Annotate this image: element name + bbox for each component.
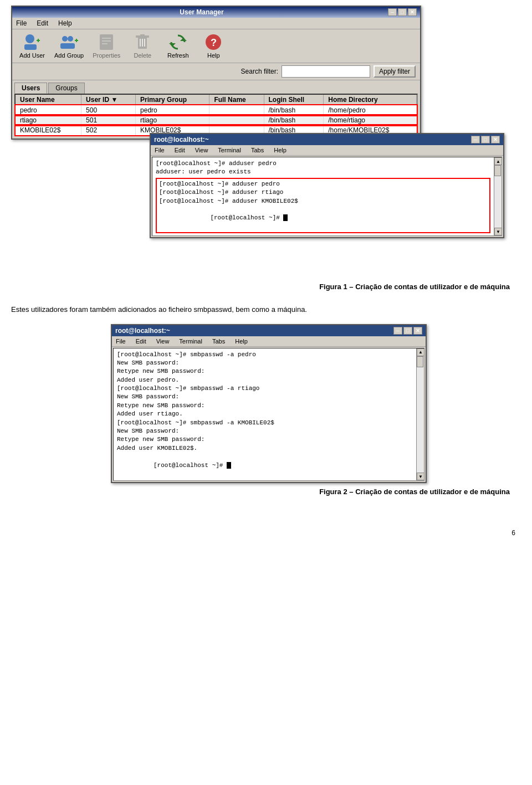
- t1-menu-view[interactable]: View: [193, 146, 210, 154]
- cell-username: pedro: [16, 105, 81, 116]
- add-group-button[interactable]: Add Group: [51, 32, 87, 60]
- t2-line-8: [root@localhost ~]# smbpasswd -a KMOBILE…: [117, 419, 414, 427]
- refresh-icon: [169, 33, 187, 51]
- table-header-row: User Name User ID ▼ Primary Group Full N…: [16, 95, 417, 105]
- maximize-button[interactable]: □: [398, 8, 407, 16]
- t2-line-11: Added user KMOBILE02$.: [117, 444, 414, 453]
- table-row[interactable]: pedro 500 pedro /bin/bash /home/pedro: [16, 105, 417, 116]
- terminal2-scrollbar[interactable]: ▲ ▼: [416, 348, 424, 481]
- terminal2-cursor: [227, 462, 231, 469]
- t2-menu-view[interactable]: View: [155, 337, 171, 345]
- terminal2-minimize[interactable]: ─: [393, 327, 402, 335]
- cell-primarygroup: rtiago: [136, 115, 209, 125]
- svg-marker-20: [169, 43, 176, 47]
- titlebar-buttons: ─ □ ✕: [388, 8, 417, 16]
- terminal2-close[interactable]: ✕: [413, 327, 422, 335]
- figure2-caption: Figura 2 – Criação de contas de utilizad…: [11, 488, 521, 496]
- terminal1-titlebar-buttons: ─ □ ✕: [471, 136, 500, 143]
- col-userid[interactable]: User ID ▼: [81, 95, 136, 105]
- t1-menu-terminal[interactable]: Terminal: [216, 146, 243, 154]
- t2-line-5: New SMB password:: [117, 393, 414, 401]
- help-button[interactable]: ? Help: [197, 32, 230, 60]
- scroll-down-arrow[interactable]: ▼: [494, 228, 502, 235]
- terminal1-close[interactable]: ✕: [491, 136, 500, 143]
- terminal1-maximize[interactable]: □: [481, 136, 490, 143]
- t2-scroll-track: [417, 356, 424, 473]
- terminal-line: adduser: user pedro exists: [156, 168, 490, 176]
- t1-menu-edit[interactable]: Edit: [173, 146, 187, 154]
- t2-menu-edit[interactable]: Edit: [134, 337, 148, 345]
- t1-menu-tabs[interactable]: Tabs: [249, 146, 265, 154]
- terminal-line: [root@localhost ~]# adduser rtiago: [159, 188, 487, 197]
- menu-edit[interactable]: Edit: [35, 19, 50, 28]
- terminal2-title: root@localhost:~: [115, 327, 170, 335]
- terminal2-maximize[interactable]: □: [403, 327, 412, 335]
- terminal-line: [root@localhost ~]#: [159, 206, 487, 231]
- terminal2-content: [root@localhost ~]# smbpasswd -a pedro N…: [114, 348, 424, 481]
- add-user-button[interactable]: Add User: [16, 32, 49, 60]
- t2-scroll-up[interactable]: ▲: [417, 348, 424, 356]
- cell-loginshell: /bin/bash: [264, 105, 324, 116]
- svg-rect-0: [25, 34, 34, 43]
- t2-line-12: [root@localhost ~]#: [117, 453, 414, 478]
- terminal2-body: [root@localhost ~]# smbpasswd -a pedro N…: [113, 348, 424, 481]
- col-homedir[interactable]: Home Directory: [324, 95, 417, 105]
- terminal1-window: root@localhost:~ ─ □ ✕ File Edit View Te…: [150, 133, 504, 238]
- t2-line-6: Retype new SMB password:: [117, 402, 414, 410]
- user-manager-menubar: File Edit Help: [12, 18, 420, 29]
- user-manager-title: User Manager: [16, 8, 388, 16]
- terminal2-window: root@localhost:~ ─ □ ✕ File Edit View Te…: [111, 324, 427, 484]
- cell-username: KMOBILE02$: [16, 125, 81, 135]
- cell-homedir: /home/pedro: [324, 105, 417, 116]
- terminal1-scrollbar[interactable]: ▲ ▼: [494, 157, 502, 235]
- figure1-caption: Figura 1 – Criação de contas de utilizad…: [11, 283, 521, 291]
- col-username[interactable]: User Name: [16, 95, 81, 105]
- t2-menu-help[interactable]: Help: [233, 337, 249, 345]
- t2-scroll-thumb[interactable]: [417, 356, 423, 367]
- refresh-button[interactable]: Refresh: [161, 32, 195, 60]
- search-bar: Search filter: Apply filter: [12, 63, 420, 80]
- col-primarygroup[interactable]: Primary Group: [136, 95, 209, 105]
- terminal2-container: root@localhost:~ ─ □ ✕ File Edit View Te…: [111, 324, 427, 484]
- table-row[interactable]: rtiago 501 rtiago /bin/bash /home/rtiago: [16, 115, 417, 125]
- minimize-button[interactable]: ─: [388, 8, 397, 16]
- t2-line-9: New SMB password:: [117, 427, 414, 435]
- t2-scroll-down[interactable]: ▼: [417, 473, 424, 480]
- col-fullname[interactable]: Full Name: [209, 95, 264, 105]
- terminal1-menubar: File Edit View Terminal Tabs Help: [151, 145, 503, 156]
- close-button[interactable]: ✕: [408, 8, 417, 16]
- terminal-cursor: [283, 214, 288, 221]
- apply-filter-button[interactable]: Apply filter: [374, 65, 416, 78]
- t2-menu-file[interactable]: File: [114, 337, 127, 345]
- t2-line-1: New SMB password:: [117, 359, 414, 367]
- search-label: Search filter:: [241, 68, 278, 75]
- terminal1-minimize[interactable]: ─: [471, 136, 480, 143]
- tab-groups[interactable]: Groups: [48, 83, 84, 94]
- t2-menu-terminal[interactable]: Terminal: [177, 337, 204, 345]
- col-loginshell[interactable]: Login Shell: [264, 95, 324, 105]
- terminal1-title: root@localhost:~: [154, 136, 209, 143]
- terminal2-titlebar: root@localhost:~ ─ □ ✕: [112, 325, 426, 336]
- cell-username: rtiago: [16, 115, 81, 125]
- tab-users[interactable]: Users: [14, 83, 47, 94]
- svg-point-4: [62, 36, 68, 42]
- svg-rect-8: [76, 39, 77, 42]
- cell-fullname: [209, 115, 264, 125]
- add-user-icon: [23, 33, 41, 51]
- search-input[interactable]: [282, 65, 370, 78]
- menu-file[interactable]: File: [14, 19, 28, 28]
- scroll-thumb[interactable]: [494, 165, 501, 176]
- t2-menu-tabs[interactable]: Tabs: [211, 337, 227, 345]
- svg-rect-15: [140, 34, 145, 37]
- properties-button[interactable]: Properties: [89, 32, 124, 60]
- delete-button[interactable]: Delete: [126, 32, 159, 60]
- t1-menu-file[interactable]: File: [153, 146, 166, 154]
- svg-rect-3: [38, 39, 39, 42]
- menu-help[interactable]: Help: [57, 19, 74, 28]
- help-icon: ?: [204, 33, 222, 51]
- t2-line-0: [root@localhost ~]# smbpasswd -a pedro: [117, 351, 414, 359]
- scroll-up-arrow[interactable]: ▲: [494, 157, 502, 165]
- t1-menu-help[interactable]: Help: [272, 146, 288, 154]
- properties-icon: [98, 33, 115, 51]
- svg-rect-1: [24, 44, 37, 50]
